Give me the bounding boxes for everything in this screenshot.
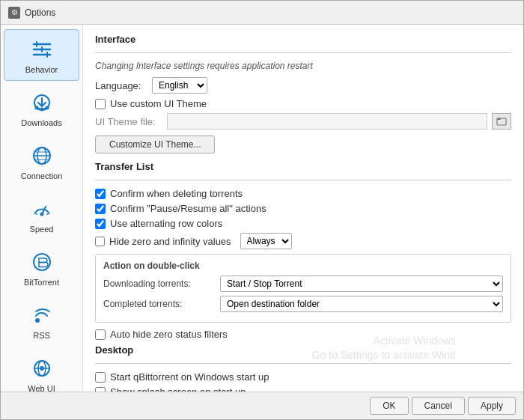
sidebar-label-bittorrent: BitTorrent: [24, 278, 59, 287]
confirm-pause-row: Confirm "Pause/Resume all" actions: [95, 203, 511, 214]
hide-zero-row: Hide zero and infinity values Always Nev…: [95, 233, 511, 249]
alternating-rows-row: Use alternating row colors: [95, 218, 511, 229]
cancel-button[interactable]: Cancel: [412, 397, 465, 415]
custom-theme-checkbox[interactable]: [95, 99, 106, 109]
transfer-list-section-title: Transfer List: [95, 161, 511, 172]
sidebar-label-connection: Connection: [21, 171, 63, 180]
confirm-pause-checkbox[interactable]: [95, 204, 106, 214]
options-window: ⚙ Options Behavior: [0, 0, 524, 420]
start-on-windows-checkbox[interactable]: [95, 372, 106, 383]
sidebar-label-webui: Web UI: [28, 384, 55, 392]
apply-button[interactable]: Apply: [468, 397, 516, 415]
app-icon: ⚙: [8, 7, 20, 19]
bittorrent-icon: [28, 249, 55, 276]
svg-point-19: [40, 213, 43, 216]
behavior-icon: [28, 36, 55, 63]
transfer-list-divider: [95, 180, 511, 180]
sidebar-label-speed: Speed: [30, 225, 54, 234]
hide-zero-label[interactable]: Hide zero and infinity values: [109, 236, 231, 247]
webui-icon: [28, 355, 55, 382]
interface-divider: [95, 52, 511, 53]
window-title: Options: [25, 7, 55, 18]
downloading-torrents-row: Downloading torrents: Start / Stop Torre…: [103, 276, 503, 292]
interface-notice: Changing Interface settings requires app…: [95, 61, 511, 71]
titlebar: ⚙ Options: [1, 1, 523, 25]
confirm-delete-checkbox[interactable]: [95, 189, 106, 199]
custom-theme-label[interactable]: Use custom UI Theme: [110, 98, 207, 109]
hide-zero-select[interactable]: Always Never: [240, 233, 292, 249]
sidebar-label-behavior: Behavior: [25, 65, 58, 74]
customize-theme-button[interactable]: Customize UI Theme...: [95, 136, 215, 153]
sidebar-item-webui[interactable]: Web UI: [4, 348, 79, 392]
language-label: Language:: [95, 80, 147, 91]
hide-zero-checkbox[interactable]: [95, 237, 105, 246]
svg-point-27: [40, 366, 44, 371]
language-row: Language: English French German Spanish: [95, 77, 511, 94]
sidebar-label-rss: RSS: [33, 331, 50, 340]
sidebar-item-rss[interactable]: RSS: [4, 295, 79, 347]
sidebar-item-connection[interactable]: Connection: [4, 136, 79, 187]
auto-hide-label[interactable]: Auto hide zero status filters: [110, 329, 228, 340]
sidebar: Behavior Downloads: [1, 25, 83, 392]
theme-file-input[interactable]: [167, 113, 487, 130]
connection-icon: [28, 142, 55, 169]
confirm-delete-label[interactable]: Confirm when deleting torrents: [110, 188, 243, 199]
start-on-windows-label[interactable]: Start qBittorrent on Windows start up: [110, 371, 269, 383]
main-content: Behavior Downloads: [1, 25, 523, 392]
downloading-torrents-label: Downloading torrents:: [103, 279, 216, 289]
start-on-windows-row: Start qBittorrent on Windows start up: [95, 371, 511, 383]
completed-torrents-select[interactable]: Open destination folder Open Start / Sto…: [220, 296, 503, 312]
alternating-rows-checkbox[interactable]: [95, 219, 106, 229]
completed-torrents-label: Completed torrents:: [103, 299, 216, 309]
rss-icon: [28, 302, 55, 329]
downloading-torrents-select[interactable]: Start / Stop Torrent Open Open Folder: [220, 276, 503, 292]
show-splash-checkbox[interactable]: [95, 387, 106, 392]
svg-point-23: [35, 318, 40, 323]
theme-file-label: UI Theme file:: [95, 116, 162, 127]
theme-file-browse-button[interactable]: [492, 113, 511, 130]
svg-rect-30: [497, 118, 501, 120]
theme-file-row: UI Theme file:: [95, 113, 511, 130]
sidebar-item-bittorrent[interactable]: BitTorrent: [4, 242, 79, 293]
show-splash-row: Show splash screen on start up: [95, 386, 511, 392]
sidebar-item-behavior[interactable]: Behavior: [4, 29, 79, 81]
sidebar-item-speed[interactable]: Speed: [4, 189, 79, 240]
show-splash-label[interactable]: Show splash screen on start up: [110, 386, 246, 392]
interface-section-title: Interface: [95, 34, 511, 45]
panel-wrapper: ➜ Interface Changing Interface settings …: [83, 25, 523, 392]
alternating-rows-label[interactable]: Use alternating row colors: [110, 218, 222, 229]
bottom-bar: OK Cancel Apply: [1, 392, 523, 419]
double-click-title: Action on double-click: [103, 261, 503, 271]
desktop-divider: [95, 363, 511, 364]
ok-button[interactable]: OK: [370, 397, 408, 415]
completed-torrents-row: Completed torrents: Open destination fol…: [103, 296, 503, 312]
language-select[interactable]: English French German Spanish: [152, 77, 207, 94]
speed-icon: [28, 195, 55, 222]
auto-hide-checkbox[interactable]: [95, 329, 106, 340]
sidebar-item-downloads[interactable]: Downloads: [4, 82, 79, 134]
settings-panel: Interface Changing Interface settings re…: [83, 25, 523, 392]
custom-theme-row: Use custom UI Theme: [95, 98, 511, 109]
confirm-pause-label[interactable]: Confirm "Pause/Resume all" actions: [110, 203, 266, 214]
double-click-group: Action on double-click Downloading torre…: [95, 254, 511, 323]
sidebar-label-downloads: Downloads: [21, 118, 61, 127]
confirm-delete-row: Confirm when deleting torrents: [95, 188, 511, 199]
auto-hide-row: Auto hide zero status filters: [95, 329, 511, 340]
downloads-icon: [28, 89, 55, 116]
desktop-section-title: Desktop: [95, 344, 511, 356]
